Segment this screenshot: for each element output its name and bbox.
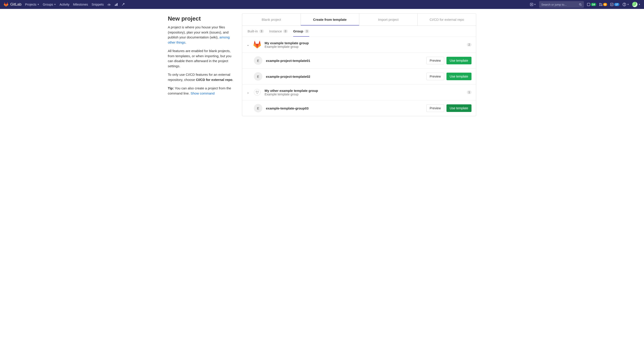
preview-button[interactable]: Preview bbox=[426, 73, 444, 80]
template-source-tabs: Built-in3 Instance0 Group3 bbox=[242, 26, 476, 37]
gitlab-logo-icon bbox=[253, 40, 262, 49]
svg-line-1 bbox=[109, 4, 110, 5]
top-navbar: GitLab Projects▼ Groups▼ Activity Milest… bbox=[0, 0, 644, 9]
group-avatar bbox=[253, 88, 262, 96]
nav-help[interactable]: ▼ bbox=[622, 3, 629, 6]
svg-rect-4 bbox=[117, 3, 118, 6]
tab-cicd-external[interactable]: CI/CD for external repo bbox=[418, 14, 476, 26]
chevron-down-icon[interactable]: ⌄ bbox=[247, 90, 250, 94]
tab-create-from-template[interactable]: Create from template bbox=[301, 14, 359, 26]
subtab-group[interactable]: Group3 bbox=[293, 26, 309, 37]
tanuki-outline-icon bbox=[255, 90, 259, 94]
show-command-link[interactable]: Show command bbox=[190, 92, 215, 95]
merge-request-icon bbox=[599, 3, 602, 6]
brand-text: GitLab bbox=[10, 2, 22, 7]
nav-issues[interactable]: 14 bbox=[587, 3, 596, 6]
info-p3: To only use CI/CD features for an extern… bbox=[168, 72, 235, 82]
template-name: example-project-template01 bbox=[266, 59, 423, 62]
nav-todos[interactable]: 17 bbox=[610, 3, 620, 6]
project-type-tabs: Blank project Create from template Impor… bbox=[242, 14, 476, 26]
template-name: example-project-template02 bbox=[266, 75, 423, 78]
subtab-builtin[interactable]: Built-in3 bbox=[248, 26, 264, 37]
template-avatar: E bbox=[254, 56, 262, 65]
svg-rect-10 bbox=[587, 3, 590, 6]
nav-activity[interactable]: Activity bbox=[60, 3, 69, 6]
group-template-count: 1 bbox=[467, 90, 472, 94]
svg-rect-2 bbox=[115, 5, 116, 6]
builtin-count: 3 bbox=[259, 30, 264, 33]
svg-line-9 bbox=[581, 5, 582, 6]
nav-plus[interactable]: ▼ bbox=[530, 3, 536, 6]
tab-import-project[interactable]: Import project bbox=[359, 14, 418, 26]
svg-point-8 bbox=[579, 4, 581, 5]
chevron-down-icon: ▼ bbox=[638, 3, 640, 6]
todos-icon bbox=[610, 3, 614, 6]
nav-chart-icon[interactable] bbox=[114, 3, 118, 6]
chevron-down-icon[interactable]: ⌄ bbox=[247, 43, 250, 46]
preview-button[interactable]: Preview bbox=[426, 57, 444, 64]
svg-point-12 bbox=[600, 5, 600, 6]
brand[interactable]: GitLab bbox=[4, 2, 22, 7]
template-avatar: E bbox=[254, 72, 262, 81]
nav-wrench-icon[interactable] bbox=[122, 3, 125, 6]
nav-gauge-icon[interactable] bbox=[107, 3, 111, 6]
template-row: E example-project-template01 Preview Use… bbox=[242, 53, 476, 68]
nav-merge-requests[interactable]: 6 bbox=[599, 3, 607, 6]
info-p2: All features are enabled for blank proje… bbox=[168, 48, 235, 68]
svg-point-13 bbox=[601, 5, 602, 6]
group-name: My other example template group bbox=[264, 89, 318, 92]
group-count: 3 bbox=[304, 30, 309, 33]
info-p4: Tip: You can also create a project from … bbox=[168, 86, 235, 96]
group-description: Example template group bbox=[264, 92, 318, 96]
nav-user-menu[interactable]: ▼ bbox=[632, 2, 640, 7]
instance-count: 0 bbox=[283, 30, 288, 33]
mr-count: 6 bbox=[603, 3, 607, 6]
group-template-count: 2 bbox=[467, 43, 472, 46]
template-name: example-template-group03 bbox=[266, 106, 423, 110]
global-search[interactable] bbox=[539, 1, 584, 8]
chevron-down-icon: ▼ bbox=[534, 3, 536, 6]
search-input[interactable] bbox=[542, 3, 579, 6]
preview-button[interactable]: Preview bbox=[426, 104, 444, 112]
group-description: Example template group bbox=[264, 45, 309, 48]
template-avatar: E bbox=[254, 104, 262, 112]
gitlab-logo-icon bbox=[4, 2, 8, 7]
nav-projects[interactable]: Projects▼ bbox=[25, 3, 39, 6]
svg-rect-3 bbox=[116, 4, 117, 6]
svg-point-11 bbox=[600, 3, 600, 4]
nav-milestones[interactable]: Milestones bbox=[73, 3, 88, 6]
template-row: E example-template-group03 Preview Use t… bbox=[242, 100, 476, 116]
main-panel: Blank project Create from template Impor… bbox=[242, 14, 476, 116]
chevron-down-icon: ▼ bbox=[627, 3, 629, 6]
tab-blank-project[interactable]: Blank project bbox=[242, 14, 301, 26]
svg-point-16 bbox=[624, 5, 624, 6]
use-template-button[interactable]: Use template bbox=[446, 73, 472, 80]
nav-snippets[interactable]: Snippets bbox=[92, 3, 104, 6]
info-p1: A project is where you house your files … bbox=[168, 25, 235, 45]
search-icon bbox=[579, 3, 582, 6]
group-name: My example template group bbox=[264, 41, 309, 45]
info-sidebar: New project A project is where you house… bbox=[168, 14, 235, 116]
issues-count: 14 bbox=[591, 3, 596, 6]
group-header[interactable]: ⌄ My example template group Example temp… bbox=[242, 37, 476, 53]
todo-count: 17 bbox=[614, 3, 620, 6]
page-container: New project A project is where you house… bbox=[159, 9, 485, 121]
page-title: New project bbox=[168, 15, 235, 22]
use-template-button[interactable]: Use template bbox=[446, 104, 472, 112]
use-template-button[interactable]: Use template bbox=[446, 57, 472, 64]
issues-icon bbox=[587, 3, 590, 6]
user-avatar bbox=[632, 2, 638, 7]
chevron-down-icon: ▼ bbox=[54, 3, 56, 6]
nav-groups[interactable]: Groups▼ bbox=[43, 3, 56, 6]
subtab-instance[interactable]: Instance0 bbox=[269, 26, 288, 37]
chevron-down-icon: ▼ bbox=[37, 3, 39, 6]
template-row: E example-project-template02 Preview Use… bbox=[242, 68, 476, 84]
group-avatar bbox=[253, 40, 262, 49]
group-header[interactable]: ⌄ My other example template group Exampl… bbox=[242, 84, 476, 100]
